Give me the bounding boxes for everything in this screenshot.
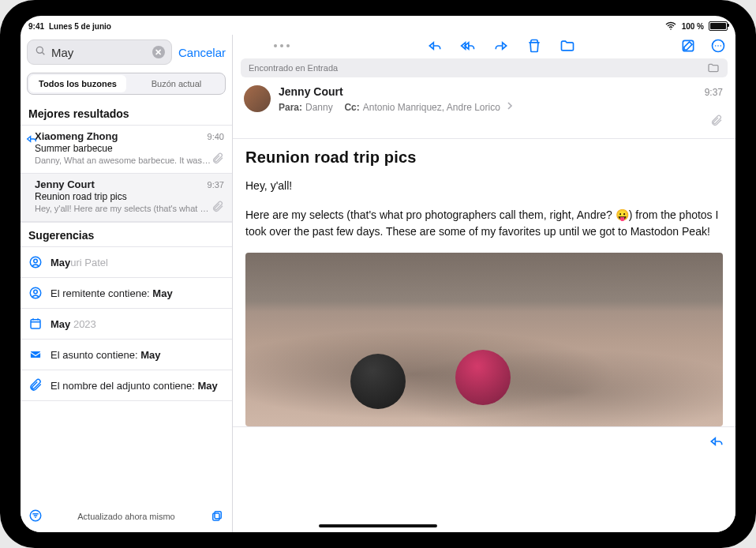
search-query-text: May	[51, 46, 73, 59]
email-from-name[interactable]: Jenny Court	[279, 85, 343, 98]
sender-avatar[interactable]	[244, 85, 271, 112]
toolbar-center	[427, 38, 575, 54]
found-in-label: Encontrado en Entrada	[249, 63, 338, 73]
move-folder-icon[interactable]	[560, 38, 575, 54]
search-scope-segmented[interactable]: Todos los buzones Buzón actual	[27, 73, 226, 95]
reply-icon[interactable]	[427, 38, 443, 54]
results-list: Xiaomeng Zhong9:40Summer barbecueDanny, …	[21, 126, 232, 222]
suggestions-header: Sugerencias	[21, 222, 232, 247]
suggestion-item[interactable]: May 2023	[21, 309, 232, 340]
message-subject: Reunion road trip pics	[35, 191, 224, 202]
sidebar-spacer	[21, 401, 232, 502]
suggestions-list: Mayuri PatelEl remitente contiene: MayMa…	[21, 247, 232, 401]
bottom-toolbar	[233, 426, 735, 456]
message-sender: Xiaomeng Zhong	[35, 130, 118, 142]
sidebar-stack-icon[interactable]	[210, 509, 224, 524]
more-icon[interactable]	[710, 38, 726, 54]
toolbar	[233, 35, 735, 54]
trash-icon[interactable]	[526, 38, 542, 54]
suggestion-item[interactable]: Mayuri Patel	[21, 247, 232, 278]
person-icon	[28, 255, 43, 269]
forward-icon[interactable]	[493, 38, 509, 54]
suggestion-text: El remitente contiene: May	[51, 287, 173, 299]
status-right: 100 %	[664, 20, 728, 32]
suggestion-item[interactable]: El remitente contiene: May	[21, 278, 232, 309]
suggestion-text: El nombre del adjunto contiene: May	[51, 380, 218, 392]
sidebar-footer: Actualizado ahora mismo	[21, 502, 232, 532]
message-subject: Summer barbecue	[35, 143, 224, 154]
clear-search-button[interactable]: ✕	[152, 46, 165, 58]
svg-rect-16	[215, 512, 221, 519]
battery-icon	[709, 21, 728, 31]
svg-point-22	[720, 45, 722, 47]
to-label: Para:	[279, 102, 302, 113]
battery-percent: 100 %	[682, 22, 704, 31]
reply-indicator-icon	[25, 133, 38, 148]
email-recipients-row[interactable]: Para: Danny Cc: Antonio Manriquez, Andre…	[279, 99, 723, 114]
attachment-icon	[28, 378, 43, 392]
email-subject: Reunion road trip pics	[245, 148, 723, 167]
person-icon	[28, 286, 43, 300]
svg-point-0	[670, 28, 672, 30]
attachment-icon	[211, 201, 224, 215]
svg-rect-11	[30, 351, 41, 358]
ipad-frame: 9:41 Lunes 5 de junio 100 % May ✕ Cancel…	[0, 0, 756, 548]
status-date: Lunes 5 de junio	[49, 22, 111, 31]
suggestion-text: El asunto contiene: May	[51, 349, 161, 361]
svg-line-2	[42, 52, 44, 54]
status-left: 9:41 Lunes 5 de junio	[28, 22, 111, 31]
message-item[interactable]: Xiaomeng Zhong9:40Summer barbecueDanny, …	[21, 126, 232, 174]
email-time: 9:37	[705, 87, 723, 98]
attachment-icon	[211, 152, 224, 167]
search-icon	[34, 44, 47, 60]
message-time: 9:37	[208, 180, 224, 190]
scope-all-mailboxes[interactable]: Todos los buzones	[29, 75, 126, 92]
email-paragraph-1: Hey, y'all!	[245, 178, 723, 194]
svg-point-1	[36, 47, 43, 53]
wifi-icon	[664, 20, 677, 32]
found-in-bar[interactable]: Encontrado en Entrada	[241, 58, 728, 77]
content-split: May ✕ Cancelar Todos los buzones Buzón a…	[21, 35, 735, 532]
home-indicator[interactable]	[319, 524, 437, 527]
email-subject-area: Reunion road trip pics	[233, 139, 735, 170]
best-results-header: Mejores resultados	[21, 101, 232, 126]
svg-rect-17	[213, 513, 219, 520]
suggestion-item[interactable]: El asunto contiene: May	[21, 340, 232, 370]
sidebar-status-text: Actualizado ahora mismo	[77, 512, 175, 521]
status-time: 9:41	[28, 22, 44, 31]
email-header: Jenny Court 9:37 Para: Danny Cc: Antonio…	[233, 77, 735, 139]
svg-point-4	[34, 259, 38, 263]
suggestion-text: Mayuri Patel	[51, 257, 108, 268]
calendar-icon	[28, 317, 43, 331]
message-time: 9:40	[208, 132, 224, 141]
email-image-attachment[interactable]	[245, 253, 723, 426]
svg-point-20	[715, 45, 717, 47]
email-body: Hey, y'all! Here are my selects (that's …	[233, 170, 735, 426]
mail-icon	[28, 347, 43, 362]
reply-all-icon[interactable]	[460, 38, 476, 54]
search-row: May ✕ Cancelar	[21, 35, 232, 68]
search-field[interactable]: May ✕	[27, 39, 172, 65]
attachment-indicator	[244, 114, 723, 130]
cc-label: Cc:	[344, 102, 359, 113]
emoji-tongue: 😛	[616, 207, 629, 223]
email-paragraph-2: Here are my selects (that's what pro pho…	[245, 207, 723, 240]
suggestion-item[interactable]: El nombre del adjunto contiene: May	[21, 370, 232, 401]
message-sender: Jenny Court	[35, 178, 95, 190]
quick-reply-icon[interactable]	[709, 434, 724, 449]
recipients-disclosure-icon[interactable]	[503, 99, 516, 114]
cancel-search-button[interactable]: Cancelar	[178, 46, 226, 59]
sidebar: May ✕ Cancelar Todos los buzones Buzón a…	[21, 35, 233, 532]
filter-icon[interactable]	[28, 509, 43, 524]
multitask-control[interactable]	[242, 44, 321, 47]
message-preview: Danny, What an awesome barbecue. It was …	[35, 156, 211, 165]
to-name: Danny	[305, 102, 333, 113]
scope-current-mailbox[interactable]: Buzón actual	[128, 73, 225, 94]
folder-icon	[707, 62, 720, 74]
svg-rect-7	[31, 320, 40, 328]
toolbar-right	[680, 38, 726, 54]
message-item[interactable]: Jenny Court9:37Reunion road trip picsHey…	[21, 174, 232, 222]
compose-icon[interactable]	[680, 38, 696, 54]
svg-point-21	[717, 45, 719, 47]
status-bar: 9:41 Lunes 5 de junio 100 %	[21, 16, 735, 35]
